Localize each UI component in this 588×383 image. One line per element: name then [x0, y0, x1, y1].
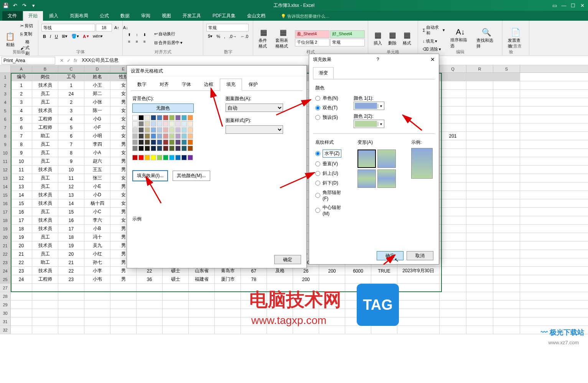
- cell[interactable]: [110, 301, 137, 309]
- cell[interactable]: [110, 317, 137, 325]
- fill-button[interactable]: ↓ 填充▾: [421, 38, 446, 45]
- cell[interactable]: 张三: [84, 174, 110, 182]
- color2-select[interactable]: ▾: [354, 120, 384, 128]
- dlg2-cancel-button[interactable]: 取消: [407, 251, 433, 260]
- variant-1[interactable]: [357, 150, 376, 168]
- cell[interactable]: [440, 292, 466, 300]
- cell[interactable]: [466, 98, 493, 106]
- cell[interactable]: 小张: [84, 98, 110, 106]
- variant-3[interactable]: [357, 169, 376, 188]
- color-swatch[interactable]: [181, 146, 187, 151]
- cell[interactable]: 24: [11, 275, 32, 283]
- row-header[interactable]: 32: [0, 326, 11, 334]
- color-swatch[interactable]: [157, 140, 162, 145]
- row-header[interactable]: 27: [0, 284, 11, 292]
- fb-confirm-icon[interactable]: ✓: [67, 58, 71, 63]
- cell[interactable]: [110, 326, 137, 334]
- currency-icon[interactable]: $▾: [206, 33, 214, 39]
- tab-pdf[interactable]: PDF工具集: [207, 11, 241, 21]
- bold-button[interactable]: B: [41, 33, 48, 39]
- dlg1-tab-border[interactable]: 边框: [198, 79, 220, 90]
- cell[interactable]: [493, 191, 520, 199]
- color-swatch[interactable]: [145, 115, 150, 120]
- cell[interactable]: [397, 284, 440, 292]
- row-header[interactable]: 8: [0, 132, 11, 140]
- cell[interactable]: [466, 309, 493, 317]
- cell[interactable]: [440, 73, 466, 81]
- cell[interactable]: 工程师: [32, 275, 58, 283]
- cell[interactable]: 16: [58, 216, 84, 224]
- cell[interactable]: 岗位: [32, 73, 58, 81]
- color-swatch[interactable]: [132, 140, 138, 145]
- cell[interactable]: 21: [58, 258, 84, 266]
- color1-select[interactable]: ▾: [354, 102, 384, 110]
- cell[interactable]: 10: [11, 157, 32, 165]
- color-swatch[interactable]: [163, 146, 168, 151]
- color-swatch[interactable]: [163, 115, 168, 120]
- color-swatch[interactable]: [163, 127, 168, 133]
- fill-effects-button[interactable]: 填充效果(I)...: [132, 170, 168, 181]
- col-header[interactable]: B: [32, 65, 58, 72]
- color-swatch[interactable]: [175, 133, 181, 139]
- cell[interactable]: [493, 216, 520, 224]
- dlg1-tab-protect[interactable]: 保护: [242, 79, 264, 90]
- cell[interactable]: [215, 309, 241, 317]
- cell[interactable]: [440, 216, 466, 224]
- color-swatch[interactable]: [169, 127, 175, 133]
- color-swatch[interactable]: [175, 121, 181, 127]
- cell[interactable]: 员工: [32, 149, 58, 157]
- cell[interactable]: [397, 275, 440, 283]
- dlg2-tab-gradient[interactable]: 渐变: [313, 67, 334, 79]
- inc-decimal-icon[interactable]: .0→: [227, 33, 238, 39]
- row-header[interactable]: 20: [0, 233, 11, 241]
- cell[interactable]: 福建省: [189, 275, 215, 283]
- phonetic-button[interactable]: wén▾: [91, 33, 104, 39]
- row-header[interactable]: 1: [0, 73, 11, 81]
- color-swatch[interactable]: [181, 121, 187, 127]
- cell[interactable]: [440, 81, 466, 89]
- cell[interactable]: 21: [11, 250, 32, 258]
- minimize-icon[interactable]: —: [560, 1, 568, 10]
- cell[interactable]: [466, 242, 493, 250]
- color-swatch[interactable]: [169, 140, 175, 145]
- color-swatch[interactable]: [188, 115, 193, 120]
- color-swatch[interactable]: [151, 140, 156, 145]
- cell[interactable]: 男: [110, 275, 137, 283]
- dlg1-ok-button[interactable]: 确定: [274, 255, 301, 264]
- cell[interactable]: [32, 292, 58, 300]
- cell[interactable]: [493, 140, 520, 148]
- cell[interactable]: [493, 81, 520, 89]
- cell[interactable]: [440, 326, 466, 334]
- cell[interactable]: [466, 132, 493, 140]
- cell[interactable]: [493, 250, 520, 258]
- cell[interactable]: 14: [11, 191, 32, 199]
- color-swatch[interactable]: [188, 127, 193, 133]
- cell[interactable]: 4: [11, 107, 32, 115]
- cell[interactable]: 2: [11, 90, 32, 98]
- align-right-icon[interactable]: ≡: [141, 39, 148, 45]
- cell[interactable]: [466, 275, 493, 283]
- cell[interactable]: 36: [137, 275, 163, 283]
- color-swatch[interactable]: [175, 127, 181, 133]
- color-swatch[interactable]: [169, 121, 175, 127]
- ribbon-opts-icon[interactable]: ▭: [550, 1, 559, 10]
- cell[interactable]: 22: [58, 267, 84, 275]
- cell[interactable]: [163, 301, 189, 309]
- cell[interactable]: [397, 309, 440, 317]
- cell[interactable]: [493, 208, 520, 216]
- cell[interactable]: 200: [293, 275, 319, 283]
- cell[interactable]: [493, 242, 520, 250]
- cell[interactable]: 工程师: [32, 115, 58, 123]
- cell[interactable]: [137, 326, 163, 334]
- cell[interactable]: [293, 326, 319, 334]
- border-button[interactable]: ⊞▾: [60, 33, 69, 39]
- color-swatch[interactable]: [188, 121, 193, 127]
- cell[interactable]: [493, 309, 520, 317]
- vertical-radio[interactable]: [315, 161, 320, 166]
- cell[interactable]: 小明: [84, 132, 110, 140]
- cell[interactable]: 6: [58, 132, 84, 140]
- color-swatch[interactable]: [188, 140, 193, 145]
- cell[interactable]: 6: [11, 123, 32, 132]
- cell[interactable]: 15: [58, 208, 84, 216]
- cell[interactable]: [110, 309, 137, 317]
